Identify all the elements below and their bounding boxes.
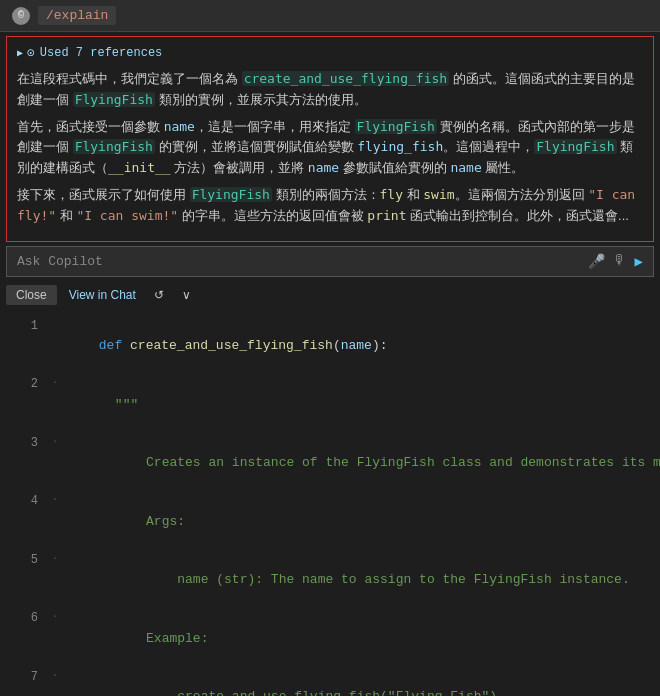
code-content-7: create_and_use_flying_fish("Flying Fish"… (68, 668, 660, 696)
code-ref-name3: name (450, 160, 481, 175)
voice-icon[interactable]: 🎙 (613, 253, 627, 269)
dot-3: · (52, 434, 58, 449)
dot-7: · (52, 668, 58, 683)
code-content-5: name (str): The name to assign to the Fl… (68, 551, 660, 610)
dot-5: · (52, 551, 58, 566)
code-ref-name2: name (308, 160, 339, 175)
code-ref-ff3: FlyingFish (534, 139, 616, 154)
reference-icon: ⊙ (27, 45, 35, 61)
used-references[interactable]: ▶ ⊙ Used 7 references (17, 45, 643, 61)
header-bar: © /explain (0, 0, 660, 32)
dot-6: · (52, 609, 58, 624)
dot-4: · (52, 492, 58, 507)
chevron-down-button[interactable]: ∨ (176, 285, 197, 305)
code-ref-name: name (164, 119, 195, 134)
copilot-icon: © (12, 7, 30, 25)
line-number-7: 7 (10, 668, 38, 686)
response-paragraph-1: 在這段程式碼中，我們定義了一個名為 create_and_use_flying_… (17, 69, 643, 111)
code-line-2: 2 · """ (0, 375, 660, 434)
send-icon[interactable]: ▶ (635, 253, 643, 270)
ask-copilot-icons: 🎤 🎙 ▶ (588, 253, 643, 270)
line-number-3: 3 (10, 434, 38, 452)
dot-2: · (52, 375, 58, 390)
response-paragraph-3: 接下來，函式展示了如何使用 FlyingFish 類別的兩個方法：fly 和 s… (17, 185, 643, 227)
code-ref-ff4: FlyingFish (190, 187, 272, 202)
response-paragraph-2: 首先，函式接受一個參數 name，這是一個字串，用來指定 FlyingFish … (17, 117, 643, 179)
chevron-icon: ▶ (17, 47, 23, 59)
code-ref-fly: fly (380, 187, 403, 202)
ask-copilot-placeholder[interactable]: Ask Copilot (17, 254, 588, 269)
code-content-4: Args: (68, 492, 660, 551)
code-line-7: 7 · create_and_use_flying_fish("Flying F… (0, 668, 660, 696)
command-label: /explain (38, 6, 116, 25)
code-ref-swim: swim (423, 187, 454, 202)
response-text: 在這段程式碼中，我們定義了一個名為 create_and_use_flying_… (17, 69, 643, 227)
close-button[interactable]: Close (6, 285, 57, 305)
code-ref-1: create_and_use_flying_fish (242, 71, 450, 86)
code-content-2: """ (68, 375, 660, 434)
code-line-5: 5 · name (str): The name to assign to th… (0, 551, 660, 610)
code-line-4: 4 · Args: (0, 492, 660, 551)
code-ref-2: FlyingFish (73, 92, 155, 107)
line-number-4: 4 (10, 492, 38, 510)
code-ref-ff2: FlyingFish (73, 139, 155, 154)
line-number-5: 5 (10, 551, 38, 569)
copilot-panel: ▶ ⊙ Used 7 references 在這段程式碼中，我們定義了一個名為 … (6, 36, 654, 242)
code-content-6: Example: (68, 609, 660, 668)
code-ref-flying-fish: flying_fish (357, 139, 443, 154)
references-label: Used 7 references (40, 46, 162, 60)
code-ref-ff: FlyingFish (355, 119, 437, 134)
code-ref-str2: "I can swim!" (76, 208, 178, 223)
refresh-button[interactable]: ↺ (148, 285, 170, 305)
line-number-1: 1 (10, 317, 38, 335)
action-bar: Close View in Chat ↺ ∨ (0, 281, 660, 309)
microphone-icon[interactable]: 🎤 (588, 253, 605, 270)
code-ref-init: __init__ (108, 160, 171, 175)
ask-copilot-bar[interactable]: Ask Copilot 🎤 🎙 ▶ (6, 246, 654, 277)
code-line-1: 1 def create_and_use_flying_fish(name): (0, 317, 660, 376)
code-line-6: 6 · Example: (0, 609, 660, 668)
line-number-2: 2 (10, 375, 38, 393)
view-in-chat-button[interactable]: View in Chat (63, 285, 142, 305)
code-content-1: def create_and_use_flying_fish(name): (52, 317, 660, 376)
code-line-3: 3 · Creates an instance of the FlyingFis… (0, 434, 660, 493)
line-number-6: 6 (10, 609, 38, 627)
code-editor: 1 def create_and_use_flying_fish(name): … (0, 309, 660, 696)
code-ref-print: print (367, 208, 406, 223)
code-content-3: Creates an instance of the FlyingFish cl… (68, 434, 660, 493)
